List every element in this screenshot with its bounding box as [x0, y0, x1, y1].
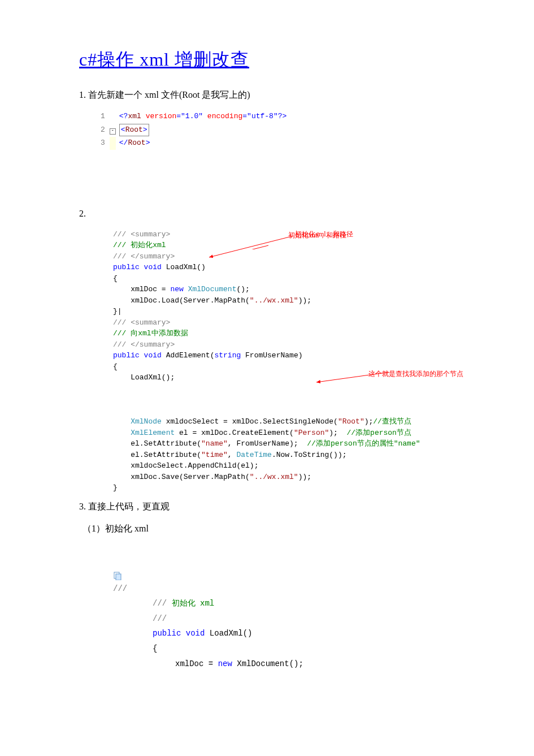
- code-text: ));: [298, 473, 311, 481]
- type-name: XmlNode: [131, 417, 162, 426]
- code-text: xmlDoc =: [175, 659, 218, 668]
- page-title: c#操作 xml 增删改查: [79, 45, 455, 74]
- code-text: .Now.ToString());: [272, 451, 347, 459]
- comment: ///: [113, 611, 455, 627]
- code-text: ));: [298, 296, 311, 305]
- step-1-text: 1. 首先新建一个 xml 文件(Root 是我写上的): [79, 88, 455, 102]
- param: FromUserName): [241, 351, 302, 360]
- tag-name: Root: [125, 126, 143, 134]
- annotation-text: 初始化xml，和路径: [295, 229, 353, 239]
- method-name: LoadXml(): [162, 263, 206, 271]
- attr-name: encoding: [203, 112, 242, 120]
- code-text: ();: [236, 285, 249, 293]
- xml-name: xml: [128, 112, 141, 120]
- comment: /// 初始化xml: [113, 241, 166, 249]
- code-content: <?xml version="1.0" encoding="utf-8"?>: [116, 110, 288, 123]
- code-text: [113, 417, 131, 426]
- comment: /// </summary>: [113, 340, 175, 349]
- comment: //查找节点: [373, 417, 411, 426]
- comment: //添加person节点的属性"name": [307, 439, 420, 448]
- svg-rect-4: [116, 574, 121, 580]
- code-text: LoadXml();: [113, 373, 175, 382]
- code-text: XmlDocument();: [237, 659, 303, 668]
- annotation-text: 这个就是查找我添加的那个节点: [368, 369, 463, 379]
- tag-close: >: [143, 126, 147, 134]
- string-literal: "../wx.xml": [250, 296, 298, 305]
- string-literal: "time": [201, 451, 228, 459]
- comment: /// </summary>: [113, 252, 175, 261]
- code-block-xml: 1 <?xml version="1.0" encoding="utf-8"?>…: [96, 110, 287, 150]
- comment: //添加person节点: [347, 429, 411, 437]
- code-text: , FromUserName);: [228, 439, 307, 448]
- line-number: 2: [96, 123, 110, 137]
- comment: ///: [113, 584, 127, 593]
- code-text: xmlDoc.Load(Server.MapPath(: [113, 296, 250, 305]
- fold-minus-icon[interactable]: -: [110, 128, 116, 135]
- xml-decl-end: ?>: [278, 112, 287, 120]
- comment: ///: [153, 599, 172, 608]
- type-name: XmlDocument: [184, 285, 237, 293]
- keyword: public: [113, 263, 140, 271]
- step-3-text: 3. 直接上代码，更直观: [79, 499, 455, 514]
- code-block-annotated: /// <summary> /// 初始化xml 初始化xml，和路径 初始化x…: [113, 229, 455, 494]
- code-text: el = xmlDoc.CreateElement(: [175, 429, 294, 437]
- code-line: 3 </Root>: [96, 137, 287, 150]
- brace-cursor: }|: [113, 306, 455, 317]
- method-name: LoadXml(): [210, 629, 253, 638]
- code-line: 1 <?xml version="1.0" encoding="utf-8"?>: [96, 110, 287, 123]
- type-name: DateTime: [236, 451, 271, 459]
- step-3-sub: （1）初始化 xml: [83, 521, 455, 536]
- tag-close: >: [146, 139, 150, 147]
- attr-value: ="utf-8": [242, 112, 277, 120]
- keyword: new: [170, 285, 183, 293]
- tag-open: <: [121, 126, 125, 134]
- code-line: 2 - <Root>: [96, 123, 287, 137]
- keyword: void: [140, 351, 162, 360]
- gutter: [110, 110, 116, 123]
- string-literal: "name": [201, 439, 228, 448]
- code-text: );: [364, 417, 374, 426]
- code-text: [113, 429, 131, 437]
- code-text: ,: [228, 451, 237, 459]
- comment-text: 初始化 xml: [172, 599, 215, 608]
- keyword: public: [153, 629, 186, 638]
- code-content: <Root>: [116, 123, 288, 137]
- code-text: xmldocSelect = xmlDoc.SelectSingleNode(: [162, 417, 338, 426]
- copy-icon[interactable]: [113, 570, 122, 579]
- gutter: [110, 137, 116, 150]
- tag-open: </: [119, 139, 128, 147]
- brace: {: [113, 641, 455, 656]
- code-content: </Root>: [116, 137, 288, 150]
- step-2-text: 2.: [79, 206, 455, 221]
- keyword: new: [218, 659, 237, 668]
- xml-decl-start: <?: [119, 112, 128, 120]
- method-name: AddElement(: [162, 351, 215, 360]
- brace: {: [113, 273, 455, 284]
- code-text: xmldocSelect.AppendChild(el);: [113, 460, 455, 472]
- code-block-csharp: /// /// 初始化 xml /// public void LoadXml(…: [113, 581, 455, 672]
- keyword: void: [186, 629, 210, 638]
- comment: /// <summary>: [113, 230, 170, 239]
- arrow-icon: [172, 241, 274, 249]
- code-text: xmlDoc.Save(Server.MapPath(: [113, 473, 250, 481]
- brace: }: [113, 482, 455, 494]
- keyword: public: [113, 351, 140, 360]
- string-literal: "Person": [294, 429, 329, 437]
- code-text: el.SetAttribute(: [113, 451, 201, 459]
- keyword: void: [140, 263, 162, 271]
- string-literal: "../wx.xml": [250, 473, 298, 481]
- line-number: 1: [96, 110, 110, 123]
- comment: /// <summary>: [113, 318, 170, 327]
- attr-name: version: [141, 112, 176, 120]
- code-text: xmlDoc =: [113, 285, 170, 293]
- string-literal: "Root": [338, 417, 364, 426]
- attr-value: ="1.0": [176, 112, 203, 120]
- code-text: );: [329, 429, 346, 437]
- type-name: XmlElement: [131, 429, 175, 437]
- svg-line-0: [172, 245, 268, 249]
- comment: /// 向xml中添加数据: [113, 329, 188, 338]
- keyword: string: [214, 351, 241, 360]
- fold-gutter[interactable]: -: [110, 123, 116, 137]
- code-text: el.SetAttribute(: [113, 439, 201, 448]
- line-number: 3: [96, 137, 110, 150]
